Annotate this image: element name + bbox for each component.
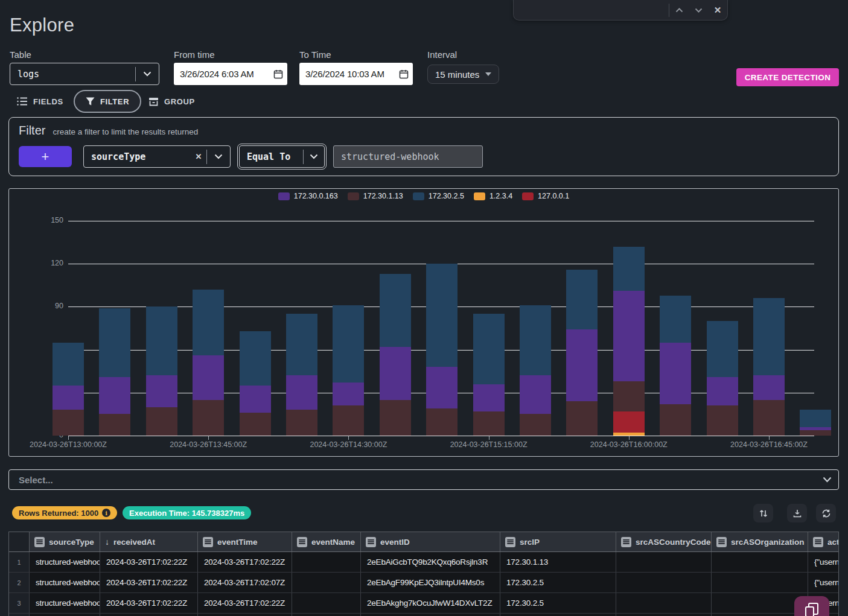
column-header-eventName[interactable]: eventName bbox=[292, 532, 361, 551]
column-header-srcIP[interactable]: srcIP bbox=[500, 532, 616, 551]
docs-widget-button[interactable] bbox=[794, 596, 829, 616]
calendar-icon[interactable] bbox=[395, 69, 413, 79]
table-header-row: sourceType↓receivedAteventTimeeventNamee… bbox=[9, 532, 838, 552]
bar-segment bbox=[380, 347, 411, 400]
bar-segment bbox=[800, 427, 831, 430]
column-select[interactable]: Select... bbox=[8, 469, 839, 490]
archive-box-icon bbox=[148, 97, 159, 106]
x-axis-tick-label: 2024-03-26T16:00:00Z bbox=[563, 440, 695, 449]
bar-segment bbox=[380, 400, 411, 436]
bar-segment bbox=[193, 355, 224, 400]
table-cell: 2024-03-26T17:02:22Z bbox=[198, 593, 292, 613]
table-cell: 2024-03-26T17:02:22Z bbox=[100, 593, 198, 613]
table-cell: 172.30.2.5 bbox=[500, 573, 616, 592]
table-body: 1structured-webhook2024-03-26T17:02:22Z2… bbox=[9, 552, 838, 616]
filter-operator-focus-ring: Equal To bbox=[237, 144, 327, 170]
bar-segment bbox=[240, 386, 271, 413]
find-input[interactable] bbox=[514, 0, 669, 20]
column-header-srcASCountryCode[interactable]: srcASCountryCode bbox=[616, 532, 712, 551]
clear-field-icon[interactable]: ✕ bbox=[191, 152, 206, 161]
bar-segment bbox=[286, 314, 317, 375]
find-close-button[interactable]: ✕ bbox=[708, 0, 727, 20]
table-cell bbox=[616, 593, 712, 613]
bar-segment bbox=[193, 290, 224, 355]
table-cell bbox=[292, 593, 361, 613]
bar-segment bbox=[146, 306, 177, 375]
bar-segment bbox=[613, 433, 645, 436]
column-header-sourceType[interactable]: sourceType bbox=[30, 532, 100, 551]
table-cell bbox=[361, 614, 500, 616]
table-row: 2structured-webhook2024-03-26T17:02:22Z2… bbox=[9, 573, 838, 593]
interval-select[interactable]: 15 minutes bbox=[427, 65, 499, 84]
filter-field-select[interactable]: sourceType ✕ bbox=[83, 145, 231, 168]
bar-segment bbox=[426, 367, 457, 408]
from-time-input[interactable]: 3/26/2024 6:03 AM bbox=[174, 63, 287, 85]
bar-segment bbox=[53, 386, 84, 410]
fields-button[interactable]: FIELDS bbox=[17, 92, 63, 111]
filter-operator-select[interactable]: Equal To bbox=[239, 145, 325, 168]
bar-segment bbox=[53, 343, 84, 386]
column-type-icon bbox=[505, 537, 515, 547]
table-cell: 172.30.1.13 bbox=[500, 552, 616, 572]
column-header-srcASOrganization[interactable]: srcASOrganization bbox=[712, 532, 808, 551]
table-cell bbox=[292, 614, 361, 616]
column-header-label: srcIP bbox=[520, 538, 540, 547]
bar-segment bbox=[473, 314, 505, 384]
explore-page: ✕ Explore Table From time To Time Interv… bbox=[0, 0, 848, 616]
bar-segment bbox=[660, 343, 691, 404]
x-axis-tick-label: 2024-03-26T16:45:00Z bbox=[703, 440, 835, 449]
filter-button[interactable]: FILTER bbox=[74, 90, 141, 113]
bar-segment bbox=[99, 414, 130, 436]
interval-value: 15 minutes bbox=[435, 69, 479, 80]
bar-segment bbox=[520, 305, 551, 375]
chevron-down-icon bbox=[695, 8, 703, 13]
bar-segment bbox=[426, 264, 457, 367]
bar-segment bbox=[707, 321, 738, 377]
column-header-eventID[interactable]: eventID bbox=[361, 532, 500, 551]
bar-segment bbox=[800, 410, 831, 427]
sort-rows-button[interactable] bbox=[753, 504, 773, 522]
table-cell bbox=[616, 552, 712, 572]
download-results-button[interactable] bbox=[787, 504, 807, 522]
filter-value-input[interactable]: structured-webhook bbox=[333, 145, 483, 168]
download-icon bbox=[792, 509, 802, 518]
column-type-icon bbox=[716, 537, 727, 547]
bar-segment bbox=[613, 291, 645, 381]
refresh-button[interactable] bbox=[816, 504, 836, 522]
table-select-value: logs bbox=[10, 69, 135, 80]
create-detection-button[interactable]: CREATE DETECTION bbox=[736, 68, 839, 86]
table-cell bbox=[616, 573, 712, 592]
table-corner-cell bbox=[9, 532, 30, 551]
sort-desc-icon: ↓ bbox=[105, 537, 109, 547]
column-header-eventTime[interactable]: eventTime bbox=[198, 532, 292, 551]
bar-segment bbox=[660, 404, 691, 436]
chevron-down-icon bbox=[207, 154, 230, 159]
bar-segment bbox=[53, 410, 84, 436]
table-cell: 2eEbAgF99KpEJQ3ilntpUI4Ms0s bbox=[361, 573, 500, 592]
column-header-receivedAt[interactable]: ↓receivedAt bbox=[100, 532, 198, 551]
x-axis-tick-label: 2024-03-26T13:45:00Z bbox=[142, 440, 275, 449]
caret-down-icon bbox=[485, 72, 491, 76]
find-previous-button[interactable] bbox=[669, 0, 689, 20]
column-header-actor[interactable]: actor bbox=[808, 532, 839, 551]
table-select[interactable]: logs bbox=[10, 63, 159, 85]
gridline bbox=[68, 436, 814, 436]
bar-segment bbox=[520, 375, 551, 414]
page-title: Explore bbox=[10, 14, 74, 36]
group-button[interactable]: GROUP bbox=[148, 92, 195, 111]
info-icon[interactable]: i bbox=[102, 509, 110, 517]
bar-segment bbox=[333, 405, 364, 436]
find-next-button[interactable] bbox=[689, 0, 708, 20]
chevron-up-icon bbox=[675, 8, 683, 13]
bar-segment bbox=[286, 375, 317, 410]
calendar-icon[interactable] bbox=[269, 69, 287, 79]
column-header-label: srcASCountryCode bbox=[636, 538, 711, 547]
funnel-icon bbox=[86, 97, 95, 106]
to-time-input[interactable]: 3/26/2024 10:03 AM bbox=[299, 63, 413, 85]
column-select-placeholder: Select... bbox=[9, 475, 815, 485]
table-cell bbox=[292, 573, 361, 592]
table-row bbox=[9, 614, 838, 616]
bar-segment bbox=[333, 383, 364, 405]
add-filter-button[interactable]: + bbox=[19, 146, 72, 167]
rows-returned-label: Rows Returned: 1000 bbox=[19, 509, 98, 518]
